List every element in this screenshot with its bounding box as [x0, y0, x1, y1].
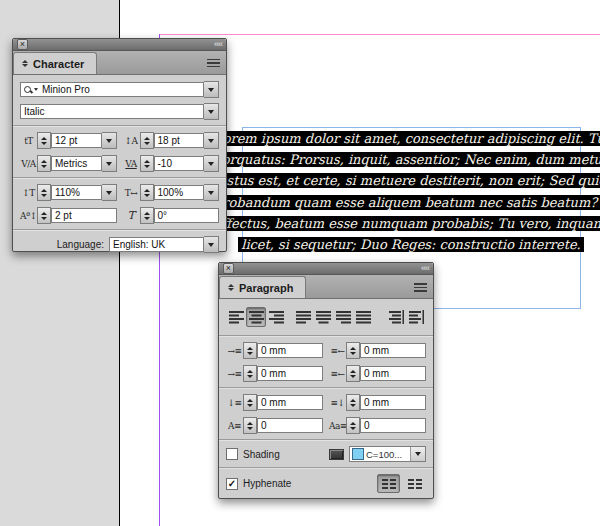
tracking-field: VA -10	[123, 155, 220, 172]
hyphenate-checkbox[interactable]	[226, 478, 238, 490]
font-family-input[interactable]: Minion Pro	[20, 82, 204, 97]
kerning-input[interactable]: Metrics	[51, 156, 102, 171]
font-family-dropdown-button[interactable]	[204, 81, 219, 98]
kerning-field: V/A Metrics	[20, 155, 117, 172]
selected-text-block[interactable]: Lorem ipsum dolor sit amet, consectetur …	[211, 128, 600, 255]
close-icon[interactable]	[17, 39, 28, 50]
language-input[interactable]: English: UK	[109, 237, 204, 252]
last-line-indent-icon: ≡←	[329, 369, 346, 379]
text-line: probandum quam esse aliquem beatum nec s…	[211, 192, 600, 213]
horizontal-scale-stepper[interactable]	[140, 184, 154, 201]
tab-paragraph[interactable]: Paragraph	[219, 276, 306, 298]
skew-stepper[interactable]	[140, 207, 154, 224]
space-after-stepper[interactable]	[346, 394, 360, 411]
hyphenate-label: Hyphenate	[243, 478, 291, 489]
drop-cap-chars-stepper[interactable]	[346, 417, 360, 434]
first-line-indent-stepper[interactable]	[243, 365, 257, 382]
drop-cap-lines-input[interactable]: 0	[257, 418, 323, 433]
align-right-button[interactable]	[266, 307, 286, 327]
left-indent-stepper[interactable]	[243, 342, 257, 359]
search-dropdown-icon	[34, 88, 38, 91]
swatch-label: C=100...	[366, 449, 410, 460]
horizontal-scale-icon: T↔	[123, 188, 140, 198]
left-indent-input[interactable]: 0 mm	[257, 343, 323, 358]
text-line: iustus est, et certe, si metuere destite…	[211, 170, 600, 191]
last-line-indent-stepper[interactable]	[346, 365, 360, 382]
drop-cap-lines-icon: A≡	[226, 421, 243, 431]
justify-all-button[interactable]	[354, 307, 374, 327]
leading-field: ↕A 18 pt	[123, 132, 220, 149]
tab-character[interactable]: Character	[13, 52, 97, 74]
last-line-indent-input[interactable]: 0 mm	[360, 366, 426, 381]
baseline-shift-input[interactable]: 2 pt	[51, 208, 117, 223]
language-dropdown-button[interactable]	[204, 236, 219, 253]
panel-menu-icon[interactable]	[207, 59, 220, 68]
vertical-scale-dropdown-button[interactable]	[102, 184, 117, 201]
language-combo: English: UK	[109, 236, 219, 253]
drop-cap-lines-field: A≡ 0	[226, 417, 323, 434]
tracking-dropdown-button[interactable]	[204, 155, 219, 172]
swatch-dropdown-button[interactable]	[410, 447, 425, 461]
justify-last-center-button[interactable]	[314, 307, 334, 327]
font-size-stepper[interactable]	[37, 132, 51, 149]
collapse-to-icons-icon[interactable]	[214, 40, 222, 49]
shading-swatch-combo[interactable]: C=100...	[349, 446, 426, 462]
tracking-icon: VA	[123, 159, 140, 169]
vertical-scale-input[interactable]: 110%	[51, 185, 102, 200]
panel-expand-icon	[228, 284, 234, 291]
panel-menu-icon[interactable]	[414, 283, 427, 292]
justify-last-right-button[interactable]	[334, 307, 354, 327]
space-before-stepper[interactable]	[243, 394, 257, 411]
justify-last-left-button[interactable]	[294, 307, 314, 327]
leading-icon: ↕A	[123, 136, 140, 146]
space-after-input[interactable]: 0 mm	[360, 395, 426, 410]
font-size-dropdown-button[interactable]	[102, 132, 117, 149]
tracking-input[interactable]: -10	[154, 156, 205, 171]
space-before-icon: ↓≡	[226, 398, 243, 408]
kerning-icon: V/A	[20, 159, 37, 169]
paragraph-direction-ltr-button[interactable]	[377, 474, 400, 493]
font-size-input[interactable]: 12 pt	[51, 133, 102, 148]
font-style-dropdown-button[interactable]	[204, 103, 219, 120]
leading-input[interactable]: 18 pt	[154, 133, 205, 148]
vertical-scale-stepper[interactable]	[37, 184, 51, 201]
space-before-input[interactable]: 0 mm	[257, 395, 323, 410]
horizontal-scale-dropdown-button[interactable]	[204, 184, 219, 201]
drop-cap-lines-stepper[interactable]	[243, 417, 257, 434]
swatch-color	[352, 448, 364, 460]
tracking-stepper[interactable]	[140, 155, 154, 172]
kerning-dropdown-button[interactable]	[102, 155, 117, 172]
baseline-shift-stepper[interactable]	[37, 207, 51, 224]
shading-checkbox[interactable]	[226, 448, 238, 460]
right-indent-stepper[interactable]	[346, 342, 360, 359]
skew-input[interactable]: 0°	[154, 208, 220, 223]
paragraph-direction-rtl-button[interactable]	[403, 474, 426, 493]
indesign-workspace: Lorem ipsum dolor sit amet, consectetur …	[0, 0, 600, 526]
align-left-button[interactable]	[226, 307, 246, 327]
collapse-to-icons-icon[interactable]	[421, 264, 429, 273]
drop-cap-chars-input[interactable]: 0	[360, 418, 426, 433]
right-indent-input[interactable]: 0 mm	[360, 343, 426, 358]
first-line-indent-input[interactable]: 0 mm	[257, 366, 323, 381]
panel-expand-icon	[22, 60, 28, 67]
horizontal-scale-input[interactable]: 100%	[154, 185, 205, 200]
vertical-scale-field: ↕T 110%	[20, 184, 117, 201]
top-margin-guide[interactable]	[159, 34, 600, 35]
drop-cap-chars-field: Aa≡ 0	[329, 417, 426, 434]
paragraph-tab-row: Paragraph	[219, 275, 433, 299]
kerning-stepper[interactable]	[37, 155, 51, 172]
leading-stepper[interactable]	[140, 132, 154, 149]
align-center-button[interactable]	[246, 307, 266, 327]
leading-dropdown-button[interactable]	[204, 132, 219, 149]
first-line-indent-icon: →≡	[226, 369, 243, 379]
vertical-scale-icon: ↕T	[20, 188, 37, 198]
baseline-shift-icon: Aª↕	[20, 211, 37, 221]
paragraph-panel-titlebar[interactable]	[219, 263, 433, 275]
font-style-input[interactable]: Italic	[20, 104, 204, 119]
align-away-from-spine-button[interactable]	[406, 307, 426, 327]
align-toward-spine-button[interactable]	[386, 307, 406, 327]
left-indent-field: →≡ 0 mm	[226, 342, 323, 359]
skew-field: T 0°	[123, 207, 220, 224]
character-panel-titlebar[interactable]	[13, 39, 226, 51]
close-icon[interactable]	[223, 263, 234, 274]
